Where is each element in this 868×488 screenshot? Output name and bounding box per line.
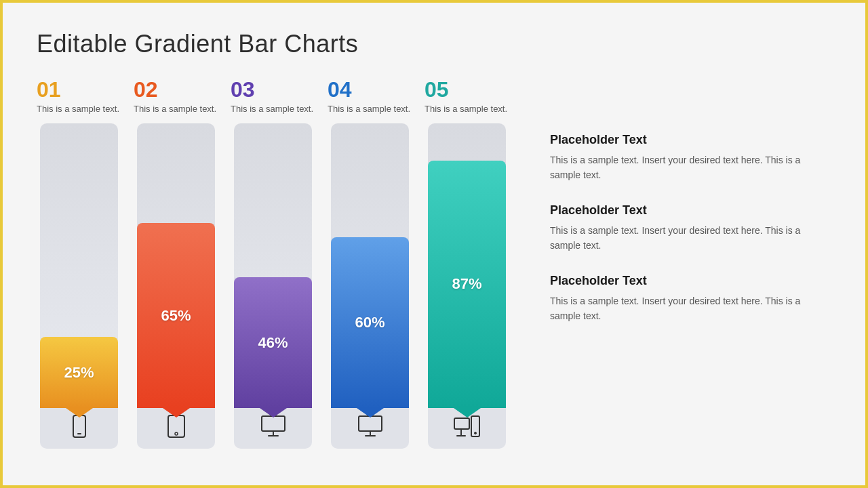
workstation-icon xyxy=(454,415,481,442)
side-title-1: Placeholder Text xyxy=(550,133,831,147)
svg-rect-4 xyxy=(262,416,285,431)
bar-pct-label-2: 65% xyxy=(161,307,191,325)
bar-desc-5: This is a sample text. xyxy=(425,103,507,115)
bar-number-5: 05 xyxy=(425,79,449,100)
mobile-icon xyxy=(72,415,87,443)
svg-point-14 xyxy=(474,432,476,434)
side-block-1: Placeholder TextThis is a sample text. I… xyxy=(550,133,831,183)
bar-notch-1 xyxy=(67,408,92,416)
bar-fill-3: 46% xyxy=(234,277,312,408)
bar-notch-5 xyxy=(455,408,479,416)
tablet-icon xyxy=(167,415,186,443)
side-desc-1: This is a sample text. Insert your desir… xyxy=(550,152,831,183)
bar-number-2: 02 xyxy=(134,79,158,100)
svg-rect-7 xyxy=(359,416,382,431)
bar-number-4: 04 xyxy=(328,79,352,100)
bar-wrapper-2: 65% xyxy=(137,123,215,408)
side-title-2: Placeholder Text xyxy=(550,203,831,218)
desktop-icon xyxy=(261,415,285,442)
side-desc-2: This is a sample text. Insert your desir… xyxy=(550,223,831,253)
bar-desc-2: This is a sample text. xyxy=(134,103,216,115)
side-text: Placeholder TextThis is a sample text. I… xyxy=(509,79,831,323)
slide-title: Editable Gradient Bar Charts xyxy=(37,30,831,58)
svg-rect-2 xyxy=(168,415,184,437)
bar-wrapper-3: 46% xyxy=(234,123,312,408)
side-desc-3: This is a sample text. Insert your desir… xyxy=(550,293,831,324)
bar-wrapper-4: 60% xyxy=(331,123,409,408)
bar-fill-4: 60% xyxy=(331,237,409,408)
bar-pct-label-1: 25% xyxy=(64,364,94,382)
bars-container: 01This is a sample text.25%02This is a s… xyxy=(37,79,509,449)
bar-number-3: 03 xyxy=(231,79,255,100)
slide: Editable Gradient Bar Charts 01This is a… xyxy=(3,3,865,485)
bar-column-4: 04This is a sample text.60% xyxy=(328,79,412,449)
bar-column-5: 05This is a sample text.87% xyxy=(425,79,509,449)
bar-column-2: 02This is a sample text.65% xyxy=(134,79,218,449)
side-title-3: Placeholder Text xyxy=(550,274,831,288)
monitor-icon xyxy=(358,415,382,442)
bar-fill-2: 65% xyxy=(137,223,215,408)
bar-pct-label-3: 46% xyxy=(258,334,288,352)
bar-wrapper-1: 25% xyxy=(40,123,118,408)
bar-column-1: 01This is a sample text.25% xyxy=(37,79,121,449)
side-block-3: Placeholder TextThis is a sample text. I… xyxy=(550,274,831,324)
bar-number-1: 01 xyxy=(37,79,61,100)
svg-point-3 xyxy=(175,432,178,435)
side-block-2: Placeholder TextThis is a sample text. I… xyxy=(550,203,831,253)
bar-desc-4: This is a sample text. xyxy=(328,103,410,115)
bar-fill-5: 87% xyxy=(428,161,506,408)
bar-notch-2 xyxy=(164,408,189,416)
bar-desc-3: This is a sample text. xyxy=(231,103,313,115)
bar-notch-3 xyxy=(261,408,285,416)
bar-fill-1: 25% xyxy=(40,337,118,408)
svg-rect-10 xyxy=(454,418,469,429)
bar-column-3: 03This is a sample text.46% xyxy=(231,79,315,449)
bar-wrapper-5: 87% xyxy=(428,123,506,408)
bar-notch-4 xyxy=(358,408,382,416)
bar-desc-1: This is a sample text. xyxy=(37,103,119,115)
charts-area: 01This is a sample text.25%02This is a s… xyxy=(37,79,831,449)
bar-pct-label-5: 87% xyxy=(452,275,481,293)
bar-pct-label-4: 60% xyxy=(355,314,384,331)
